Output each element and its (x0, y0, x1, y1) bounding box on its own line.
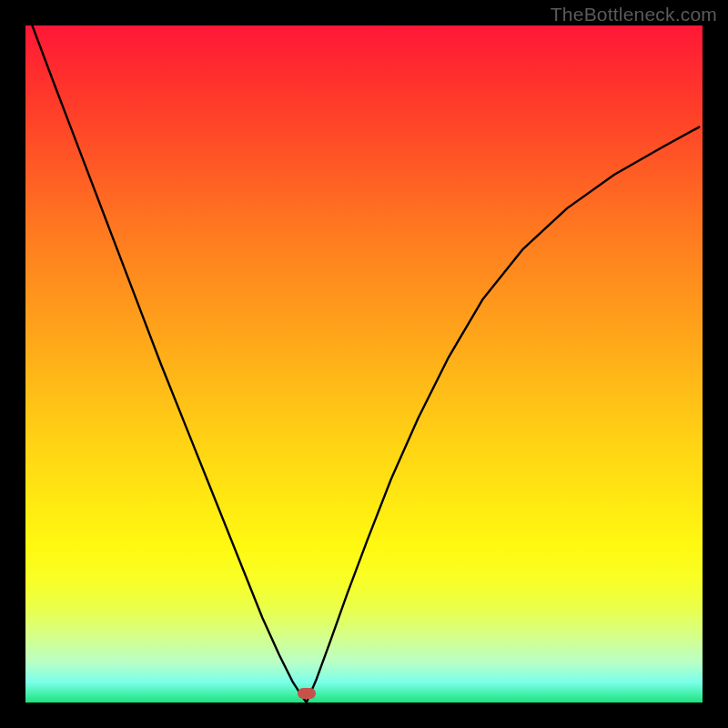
optimal-point-marker (298, 688, 316, 699)
bottleneck-curve (25, 25, 703, 703)
watermark-text: TheBottleneck.com (551, 4, 717, 25)
